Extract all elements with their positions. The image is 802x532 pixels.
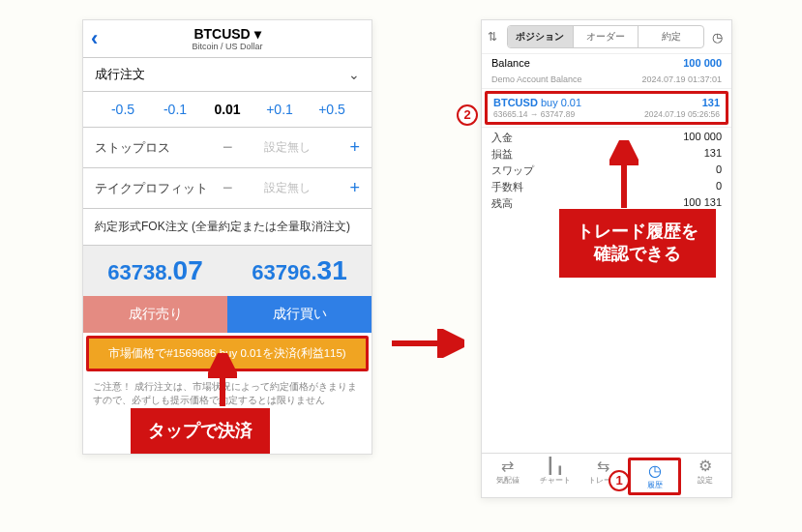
account-balance-row: Demo Account Balance 2024.07.19 01:37:01 <box>482 72 731 89</box>
account-balance-label: Demo Account Balance <box>491 74 582 84</box>
order-buttons: 成行売り 成行買い <box>83 296 371 333</box>
trade-history-detail: 63665.14 → 63747.89 2024.07.19 05:26:56 <box>493 109 720 119</box>
ask-price: 63796.31 <box>227 255 371 286</box>
history-icon: ◷ <box>631 462 679 480</box>
history-segment: ポジション オーダー 約定 <box>507 25 704 48</box>
symbol-code: BTCUSD <box>193 26 250 42</box>
row-deposit: 入金100 000 <box>491 130 722 146</box>
chart-icon: ┃╻ <box>532 458 580 475</box>
hist-time: 2024.07.19 05:26:56 <box>644 109 720 119</box>
bid-price: 63738.07 <box>83 255 227 286</box>
symbol-desc: Bitcoin / US Dollar <box>192 42 262 51</box>
tab-quotes[interactable]: ⇄気配値 <box>484 458 532 495</box>
trade-history-item[interactable]: BTCUSD buy 0.01 131 <box>493 97 720 108</box>
order-header: ‹ BTCUSD ▾ Bitcoin / US Dollar <box>83 20 371 58</box>
back-button[interactable]: ‹ <box>91 26 98 51</box>
vol-inc-0.1[interactable]: +0.1 <box>253 102 306 117</box>
market-buy-button[interactable]: 成行買い <box>227 296 371 333</box>
settings-icon: ⚙ <box>681 458 729 475</box>
tab-chart[interactable]: ┃╻チャート <box>532 458 580 495</box>
tp-plus[interactable]: + <box>333 178 360 198</box>
hist-symbol: BTCUSD <box>493 97 538 108</box>
fill-policy-text: 約定形式FOK注文 (全量約定または全量取消注文) <box>83 209 371 246</box>
row-swap: スワップ0 <box>491 163 722 179</box>
hist-prices: 63665.14 → 63747.89 <box>493 109 575 119</box>
tab-settings[interactable]: ⚙設定 <box>681 458 729 495</box>
balance-value: 100 000 <box>683 57 722 69</box>
volume-stepper: -0.5 -0.1 0.01 +0.1 +0.5 <box>83 92 371 128</box>
balance-label: Balance <box>491 57 530 69</box>
sort-icon[interactable]: ⇅ <box>488 30 503 44</box>
quotes-icon: ⇄ <box>484 458 532 475</box>
market-sell-button[interactable]: 成行売り <box>83 296 227 333</box>
row-fee: 手数料0 <box>491 179 722 195</box>
order-type-label: 成行注文 <box>95 66 145 83</box>
trade-history-item-highlight: BTCUSD buy 0.01 131 63665.14 → 63747.89 … <box>485 91 728 125</box>
callout-history: トレード履歴を 確認できる <box>559 209 716 278</box>
order-screen: ‹ BTCUSD ▾ Bitcoin / US Dollar 成行注文 ⌄ -0… <box>82 19 372 455</box>
row-profit: 損益131 <box>491 146 722 163</box>
account-balance-time: 2024.07.19 01:37:01 <box>641 74 722 84</box>
close-position-button[interactable]: 市場価格で#1569686 buy 0.01を決済(利益115) <box>89 339 366 369</box>
chevron-down-icon: ⌄ <box>348 67 360 82</box>
sl-label: ストップロス <box>95 139 214 157</box>
close-position-highlight: 市場価格で#1569686 buy 0.01を決済(利益115) <box>86 336 369 371</box>
summary-rows: 入金100 000 損益131 スワップ0 手数料0 残高100 131 <box>482 127 731 214</box>
vol-value[interactable]: 0.01 <box>201 102 253 117</box>
sl-minus[interactable]: − <box>214 137 241 158</box>
price-panel: 63738.07 63796.31 <box>83 246 371 296</box>
seg-deals[interactable]: 約定 <box>639 26 703 47</box>
tp-minus[interactable]: − <box>214 178 241 198</box>
callout-tap-to-close: タップで決済 <box>131 408 270 454</box>
seg-orders[interactable]: オーダー <box>574 26 639 47</box>
history-top-bar: ⇅ ポジション オーダー 約定 ◷ <box>482 20 731 54</box>
seg-positions[interactable]: ポジション <box>508 26 574 47</box>
calendar-icon[interactable]: ◷ <box>708 30 726 44</box>
marker-1: 1 <box>609 470 630 491</box>
vol-dec-0.5[interactable]: -0.5 <box>97 102 149 117</box>
vol-dec-0.1[interactable]: -0.1 <box>149 102 201 117</box>
stop-loss-row: ストップロス − 設定無し + <box>83 128 371 168</box>
bottom-tab-bar: ⇄気配値 ┃╻チャート ⇆トレード ◷履歴 ⚙設定 <box>482 453 731 497</box>
marker-2: 2 <box>457 104 478 126</box>
hist-side: buy 0.01 <box>541 97 581 108</box>
arrow-right-icon <box>387 329 464 358</box>
take-profit-row: テイクプロフィット − 設定無し + <box>83 168 371 209</box>
market-order-notice: ご注意！ 成行注文は、市場状況によって約定価格がきまりますので、必ずしも提示価格… <box>83 374 371 413</box>
sl-value[interactable]: 設定無し <box>241 139 333 156</box>
tp-value[interactable]: 設定無し <box>241 180 333 196</box>
tab-history[interactable]: ◷履歴 <box>628 458 682 495</box>
tp-label: テイクプロフィット <box>95 180 214 197</box>
hist-profit: 131 <box>702 97 720 108</box>
chevron-down-icon: ▾ <box>254 26 261 42</box>
symbol-selector[interactable]: BTCUSD ▾ Bitcoin / US Dollar <box>192 26 262 51</box>
sl-plus[interactable]: + <box>333 137 360 158</box>
balance-row: Balance 100 000 <box>482 54 731 72</box>
order-type-selector[interactable]: 成行注文 ⌄ <box>83 58 371 92</box>
vol-inc-0.5[interactable]: +0.5 <box>306 102 358 117</box>
